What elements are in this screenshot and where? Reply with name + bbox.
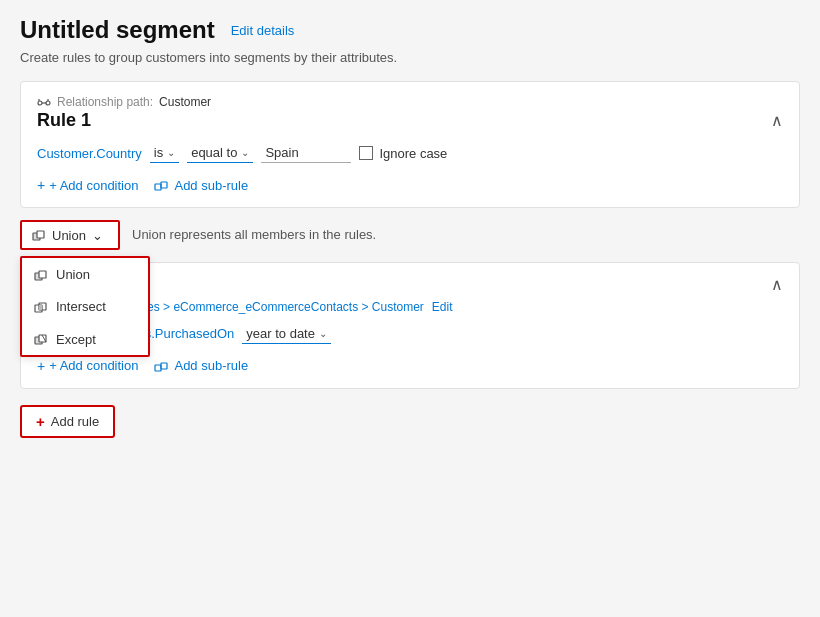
subrule-icon — [154, 178, 168, 194]
rule2-subrule-icon — [154, 358, 168, 374]
intersect-option-icon — [34, 299, 48, 315]
rule2-add-subrule-button[interactable]: Add sub-rule — [154, 358, 248, 374]
rule1-card: Relationship path: Customer Rule 1 ∧ Cus… — [20, 81, 800, 208]
union-button-label: Union — [52, 228, 86, 243]
relationship-bar: Relationship path: Customer — [37, 94, 783, 110]
relationship-icon — [37, 94, 51, 110]
svg-rect-8 — [37, 231, 44, 238]
intersect-option-label: Intersect — [56, 299, 106, 314]
except-option-icon — [34, 331, 48, 347]
add-condition-label: + Add condition — [49, 178, 138, 193]
rule1-add-subrule-button[interactable]: Add sub-rule — [154, 178, 248, 194]
svg-rect-6 — [161, 182, 167, 188]
rule2-action-row: + + Add condition Add sub-rule — [37, 358, 783, 374]
svg-rect-10 — [39, 271, 46, 278]
add-rule-label: Add rule — [51, 414, 99, 429]
svg-rect-5 — [155, 184, 161, 190]
rule1-condition-row: Customer.Country is ⌄ equal to ⌄ Ignore … — [37, 143, 783, 163]
svg-rect-17 — [155, 365, 161, 371]
except-option-label: Except — [56, 332, 96, 347]
rule1-add-condition-button[interactable]: + + Add condition — [37, 177, 138, 193]
dropdown-item-union[interactable]: Union — [22, 258, 148, 290]
ignore-case-label: Ignore case — [379, 146, 447, 161]
rule2-plus-icon: + — [37, 358, 45, 374]
rule2-add-condition-label: + Add condition — [49, 358, 138, 373]
rule2-operator[interactable]: year to date ⌄ — [242, 324, 331, 344]
operator-is-chevron: ⌄ — [167, 147, 175, 158]
rule1-collapse-icon[interactable]: ∧ — [771, 111, 783, 130]
operator-equal-chevron: ⌄ — [241, 147, 249, 158]
union-button-icon — [32, 227, 46, 243]
dropdown-item-intersect[interactable]: Intersect — [22, 291, 148, 323]
union-option-label: Union — [56, 267, 90, 282]
rule2-edit-link[interactable]: Edit — [432, 300, 453, 314]
rule1-operator-equal[interactable]: equal to ⌄ — [187, 143, 253, 163]
union-option-icon — [34, 266, 48, 282]
rule1-field: Customer.Country — [37, 146, 142, 161]
svg-rect-18 — [161, 363, 167, 369]
union-dropdown-menu: Union Intersect — [20, 256, 150, 357]
rule2-operator-chevron: ⌄ — [319, 328, 327, 339]
union-button[interactable]: Union ⌄ — [20, 220, 120, 250]
plus-icon: + — [37, 177, 45, 193]
union-description: Union represents all members in the rule… — [132, 220, 376, 242]
rule1-operator-is[interactable]: is ⌄ — [150, 143, 179, 163]
add-subrule-label: Add sub-rule — [174, 178, 248, 193]
page-wrapper: Untitled segment Edit details Create rul… — [0, 0, 820, 454]
svg-point-0 — [38, 101, 42, 105]
page-title-row: Untitled segment Edit details — [20, 16, 800, 44]
svg-point-1 — [46, 101, 50, 105]
rule1-header: Rule 1 ∧ — [37, 110, 783, 131]
rule2-add-condition-button[interactable]: + + Add condition — [37, 358, 138, 374]
rule1-title: Rule 1 — [37, 110, 91, 131]
dropdown-item-except[interactable]: Except — [22, 323, 148, 355]
rule2-add-subrule-label: Add sub-rule — [174, 358, 248, 373]
rule1-action-row: + + Add condition Add sub-rule — [37, 177, 783, 193]
page-title: Untitled segment — [20, 16, 215, 44]
union-section: Union ⌄ Union — [20, 220, 800, 250]
relationship-label: Relationship path: — [57, 95, 153, 109]
svg-rect-13 — [39, 305, 42, 310]
relationship-value: Customer — [159, 95, 211, 109]
edit-details-link[interactable]: Edit details — [231, 23, 295, 38]
rule2-collapse-icon[interactable]: ∧ — [771, 275, 783, 294]
rule1-value-input[interactable] — [261, 143, 351, 163]
union-chevron-icon: ⌄ — [92, 228, 103, 243]
ignore-case-checkbox[interactable] — [359, 146, 373, 160]
page-subtitle: Create rules to group customers into seg… — [20, 50, 800, 65]
union-dropdown-wrapper: Union ⌄ Union — [20, 220, 120, 250]
add-rule-plus-icon: + — [36, 413, 45, 430]
add-rule-button[interactable]: + Add rule — [20, 405, 115, 438]
ignore-case-row: Ignore case — [359, 146, 447, 161]
